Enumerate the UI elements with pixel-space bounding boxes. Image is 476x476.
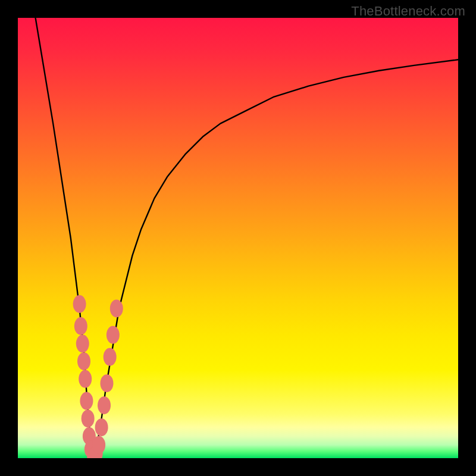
outer-frame: TheBottleneck.com (0, 0, 476, 476)
brand-watermark: TheBottleneck.com (351, 4, 465, 19)
gradient-plot-area (18, 18, 458, 458)
